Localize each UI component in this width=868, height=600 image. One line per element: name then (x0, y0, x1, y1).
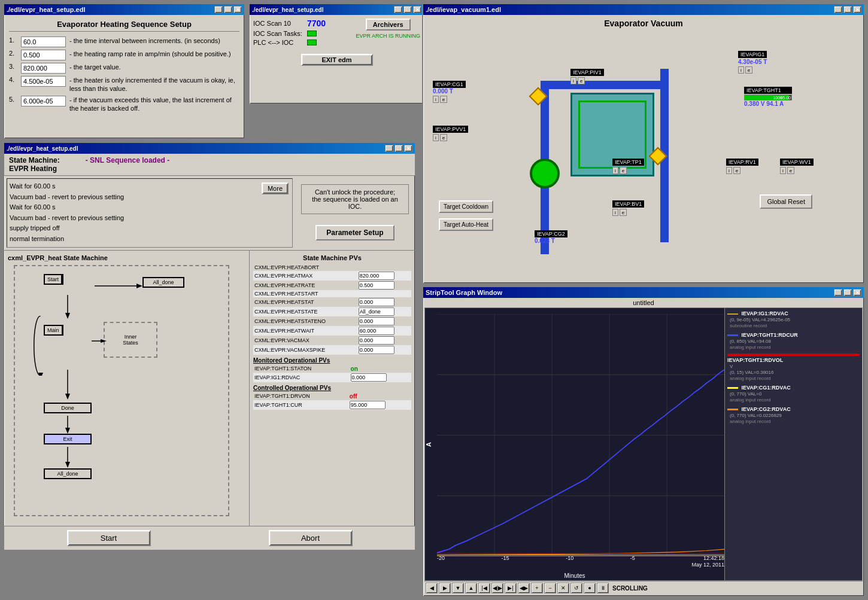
ievapcg1-btn-i[interactable]: i (433, 96, 439, 103)
pv-name-heatabort: CXML:EVPR:HEATABORT (253, 264, 357, 271)
seq-line-6: normal termination (10, 234, 290, 245)
target-cooldown-button[interactable]: Target Cooldown (439, 200, 493, 213)
ievapig1-btn-i[interactable]: i (738, 66, 744, 74)
ievapcg2-label: IEVAP:CG2 (535, 230, 567, 237)
sequence-box: Wait for 60.00 s Vacuum bad - revert to … (7, 178, 293, 248)
pv-input-rdvac[interactable] (351, 373, 387, 382)
minimize-btn[interactable]: _ (214, 6, 223, 13)
legend-detail-5: (0, 770) VAL=0.0226829 (730, 413, 782, 418)
ievaptp1-label: IEVAP:TP1 (612, 159, 644, 166)
strip-btn-up[interactable]: ▲ (465, 583, 477, 593)
strip-btn-prev[interactable]: ◀ (426, 583, 438, 593)
pvs-panel: State Machine PVs CXML:EVPR:HEATABORT CX… (250, 251, 415, 526)
strip-btn-down[interactable]: ▼ (452, 583, 464, 593)
param-input-1[interactable] (21, 36, 66, 47)
global-reset-button[interactable]: Global Reset (760, 194, 812, 209)
vacuum-minimize-btn[interactable]: _ (834, 6, 842, 13)
param-num-1: 1. (9, 36, 21, 44)
start-button[interactable]: Start (67, 530, 151, 546)
ievaptp1-area: IEVAP:TP1 i e (612, 159, 644, 174)
ievapcg1-btn-e[interactable]: e (440, 96, 447, 103)
striptool-window: StripTool Graph Window _ □ ✕ untitled A (422, 286, 865, 597)
archivers-button[interactable]: Archivers (366, 19, 411, 31)
strip-btn-start[interactable]: |◀ (478, 583, 490, 593)
pv-input-heatrate[interactable] (359, 281, 394, 290)
strip-btn-end[interactable]: ▶| (505, 583, 517, 593)
ievapcg1-value: 0.000 T (433, 88, 466, 95)
ievappiv1-btn-i[interactable]: i (570, 77, 576, 84)
pv-input-heatstateno[interactable] (359, 317, 394, 325)
strip-close-btn[interactable]: ✕ (853, 289, 861, 296)
strip-chart-title: untitled (424, 299, 863, 306)
param-input-5[interactable] (21, 96, 66, 106)
strip-btn-expand[interactable]: ◀▶ (518, 583, 530, 593)
strip-minimize-btn[interactable]: _ (834, 289, 842, 296)
ievapbv1-btn-i[interactable]: i (612, 209, 618, 216)
rdcur-line (437, 370, 724, 553)
notice-box: Can't unlock the procedure; the sequence… (301, 184, 409, 214)
controlled-label: Controlled Operational PVs (253, 385, 411, 391)
maximize-btn[interactable]: □ (224, 6, 232, 13)
state-close-btn[interactable]: ✕ (404, 145, 412, 152)
exit-edm-button[interactable]: EXIT edm (301, 54, 373, 66)
ioc-maximize-btn[interactable]: □ (403, 6, 412, 13)
strip-btn-minus[interactable]: − (544, 583, 556, 593)
strip-btn-plus[interactable]: + (531, 583, 543, 593)
abort-button[interactable]: Abort (269, 530, 353, 546)
state-minimize-btn[interactable]: _ (385, 145, 393, 152)
target-auto-heat-button[interactable]: Target Auto-Heat (439, 218, 493, 231)
legend-detail-3b: (0, 15) VAL=0.38016 (730, 370, 773, 375)
pv-input-heatmax[interactable] (359, 272, 394, 280)
pv-input-heatstat[interactable] (359, 298, 394, 306)
strip-btn-pause[interactable]: ⏸ (597, 583, 609, 593)
pv-row-heatwait: CXML:EVPR:HEATWAIT (253, 326, 411, 336)
strip-btn-revert[interactable]: ↺ (570, 583, 582, 593)
pv-input-vacmaxspike[interactable] (359, 346, 394, 354)
ievapbv1-label: IEVAP:BV1 (612, 200, 644, 208)
ievapwv1-btn-i[interactable]: i (780, 167, 786, 174)
ioc-close-btn[interactable]: ✕ (413, 6, 421, 13)
parameter-setup-button[interactable]: Parameter Setup (315, 225, 394, 240)
ievaptp1-btn-e[interactable]: e (620, 167, 627, 174)
strip-btn-record[interactable]: ● (584, 583, 596, 593)
ievaprv1-btn-i[interactable]: i (726, 167, 732, 174)
close-btn[interactable]: ✕ (233, 6, 242, 13)
vacuum-titlebar: ./edl/ievap_vacuum1.edl _ □ ✕ (423, 4, 864, 15)
strip-maximize-btn[interactable]: □ (843, 289, 852, 296)
pv-input-heatstate[interactable] (359, 307, 394, 316)
ievapbv1-btn-e[interactable]: e (620, 209, 627, 216)
legend-name-4: IEVAP:CG1:RDVAC (742, 385, 791, 391)
pv-input-heatwait[interactable] (359, 327, 394, 335)
ievaprv1-btn-e[interactable]: e (733, 167, 740, 174)
ievapcg1-area: IEVAP:CG1 0.000 T i e (433, 81, 466, 103)
legend-item-2: IEVAP:TGHT1:RDCUR (0, 850) VAL=94.08 ana… (727, 332, 860, 350)
pvs-title: State Machine PVs (253, 254, 411, 261)
state-diagram-panel: cxml_EVPR_heat State Machine Entry Start… (4, 251, 250, 526)
ievapig1-btn-e[interactable]: e (745, 66, 752, 74)
vacuum-close-btn[interactable]: ✕ (853, 6, 861, 13)
more-button[interactable]: More (262, 182, 289, 194)
state-maximize-btn[interactable]: □ (394, 145, 403, 152)
heat-setup-window: ./edl/evpr_heat_setup.edl _ □ ✕ Evaporat… (3, 3, 245, 139)
param-input-3[interactable] (21, 63, 66, 74)
ievapwv1-btn-e[interactable]: e (787, 167, 794, 174)
param-input-2[interactable] (21, 50, 66, 60)
param-input-4[interactable] (21, 76, 66, 87)
ievappvv1-btn-e[interactable]: e (440, 134, 447, 141)
state-buttons: Start Abort (4, 526, 415, 550)
pv-input-cur[interactable] (350, 401, 386, 409)
vacuum-maximize-btn[interactable]: □ (843, 6, 852, 13)
strip-btn-prev-frame[interactable]: ◀|▶ (491, 583, 503, 593)
pv-input-vacmax[interactable] (359, 336, 394, 345)
ievaptp1-btn-i[interactable]: i (612, 167, 618, 174)
pv-val-heatstart (357, 290, 411, 297)
ievappvv1-btn-i[interactable]: i (433, 134, 439, 141)
ievappvv1-label: IEVAP:PVV1 (433, 126, 468, 133)
strip-btn-next[interactable]: ▶ (439, 583, 451, 593)
titlebar-buttons: _ □ ✕ (214, 6, 242, 13)
ievappiv1-btn-e[interactable]: e (578, 77, 585, 84)
pv-row-heatabort: CXML:EVPR:HEATABORT (253, 264, 411, 271)
ioc-minimize-btn[interactable]: _ (394, 6, 402, 13)
strip-btn-close[interactable]: ✕ (557, 583, 569, 593)
ievapcg2-area: IEVAP:CG2 0.023 T (535, 230, 567, 244)
